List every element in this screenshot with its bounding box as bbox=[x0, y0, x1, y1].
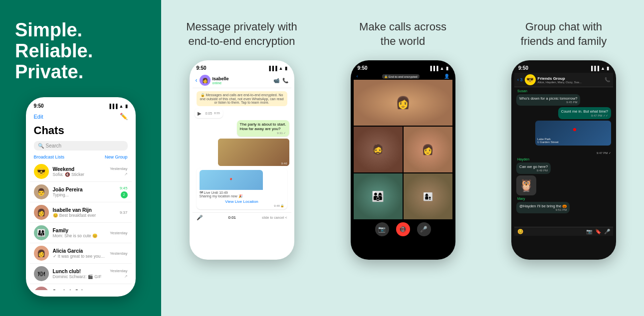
audio-message[interactable]: ▶ 0:05 8:55 bbox=[195, 108, 223, 118]
call-icons: 📹 📞 bbox=[273, 78, 288, 83]
chat-meta-lunch: Yesterday ↗ bbox=[110, 269, 127, 279]
end-call-button[interactable]: 📵 bbox=[396, 222, 410, 236]
back-button[interactable]: ‹ bbox=[196, 77, 198, 84]
participant-4: 👨‍👩‍👦 bbox=[354, 173, 403, 219]
audio-time: 8:55 bbox=[214, 112, 220, 115]
chat-info-weekend: Weekend Sofia: 🔇 Sticker bbox=[53, 166, 106, 177]
slide-to-cancel: slide to cancel < bbox=[262, 216, 287, 219]
group-call-icon[interactable]: 📞 bbox=[605, 77, 610, 82]
battery-icon-4: ▮ bbox=[607, 66, 609, 71]
search-input[interactable]: 🔍 Search bbox=[34, 141, 128, 151]
chat-item-weekend[interactable]: 😎 Weekend Sofia: 🔇 Sticker Yesterday ↗ bbox=[30, 161, 132, 182]
signal-icon-2: ▐▐▐ bbox=[267, 66, 277, 71]
conv-header: ‹ 👩 Isabelle online 📹 📞 bbox=[193, 73, 291, 88]
sender-hayden: Hayden bbox=[516, 158, 611, 161]
avatar-family: 👨‍👩‍👧 bbox=[34, 225, 49, 240]
status-bar-2: 9:50 ▐▐▐ ▲ ▮ bbox=[193, 65, 291, 73]
msg-mary-text: @Hayden I'll be bring the 🎃 bbox=[519, 204, 567, 208]
sender-mary: Mary bbox=[516, 197, 611, 200]
sticker-input-icon[interactable]: 🔖 bbox=[595, 229, 601, 234]
group-call-icons: 📞 bbox=[605, 77, 610, 82]
panel2-heading: Message privately withend-to-end encrypt… bbox=[186, 20, 297, 48]
contact-avatar: 👩 bbox=[200, 75, 211, 86]
msg-mary-time: 9:51 PM bbox=[519, 208, 567, 211]
panel-simple-reliable-private: Simple.Reliable.Private. 9:50 ▐▐▐ ▲ ▮ Ed… bbox=[0, 0, 161, 316]
contact-name: Isabelle bbox=[213, 76, 271, 81]
msg-picnic: Who's down for a picnic tomorrow? 9:45 P… bbox=[516, 94, 580, 106]
map-time-label: 9:47 PM ✓ bbox=[597, 147, 611, 156]
msg-party-text: The party is about to start.How far away… bbox=[240, 122, 286, 131]
chat-item-isabelle[interactable]: 👩 Isabelle van Rijn 😊 Best breakfast eve… bbox=[30, 202, 132, 223]
msg-go-here-text: Can we go here? bbox=[519, 164, 548, 169]
participant-2: 🧔 bbox=[354, 127, 403, 172]
status-icons: ▐▐▐ ▲ ▮ bbox=[108, 104, 127, 109]
status-bar: 9:50 ▐▐▐ ▲ ▮ bbox=[30, 103, 132, 111]
group-back-button[interactable]: ‹ 3 bbox=[517, 77, 523, 82]
chat-info-lunch: Lunch club! Dominic Schwarz: 🎬 GIF bbox=[53, 269, 106, 279]
camera-toggle-button[interactable]: 📷 bbox=[375, 222, 389, 236]
call-contact-icon[interactable]: 👤 bbox=[444, 74, 449, 79]
broadcast-lists-link[interactable]: Broadcast Lists bbox=[34, 155, 65, 159]
status-bar-4: 9:50 ▐▐▐ ▲ ▮ bbox=[514, 65, 613, 73]
group-avatar: 😎 bbox=[525, 74, 536, 85]
play-icon[interactable]: ▶ bbox=[198, 111, 202, 116]
mic-toggle-button[interactable]: 🎤 bbox=[417, 222, 431, 236]
participant-5: 👩‍👦 bbox=[404, 173, 452, 219]
status-icons-3: ▐▐▐ ▲ ▮ bbox=[429, 66, 448, 71]
participant-1: 👩 bbox=[354, 80, 452, 126]
contact-info: Isabelle online bbox=[213, 76, 271, 85]
group-input-bar: 😊 📷 🔖 🎤 bbox=[514, 227, 613, 236]
chat-item-sandra[interactable]: 🎂 Sandra's Cakes It will be ready on Thu… bbox=[30, 284, 132, 290]
audio-duration: 0:05 bbox=[206, 112, 213, 115]
camera-input-icon[interactable]: 📷 bbox=[586, 229, 592, 234]
chats-content: Edit ✏️ Chats 🔍 Search Broadcast Lists N… bbox=[30, 111, 132, 290]
view-live-location-button[interactable]: View Live Location bbox=[200, 199, 284, 204]
chat-meta-alicia: Yesterday bbox=[110, 251, 127, 256]
encrypted-badge: 🔒 End-to-end encrypted bbox=[382, 74, 419, 79]
group-input-icons: 😊 bbox=[517, 229, 523, 234]
time-4: 9:50 bbox=[518, 65, 528, 71]
edit-button[interactable]: Edit bbox=[34, 114, 43, 120]
compose-icon[interactable]: ✏️ bbox=[120, 113, 128, 120]
call-back-button[interactable]: ‹ bbox=[357, 74, 358, 79]
new-group-link[interactable]: New Group bbox=[105, 155, 128, 159]
search-placeholder: Search bbox=[46, 143, 62, 149]
mic-input-icon[interactable]: 🎤 bbox=[604, 229, 610, 234]
video-cell-3: 👩 bbox=[404, 127, 452, 172]
battery-icon: ▮ bbox=[125, 104, 128, 109]
call-controls-bar: 📷 📵 🎤 bbox=[354, 219, 452, 239]
chat-item-lunch[interactable]: 🍽 Lunch club! Dominic Schwarz: 🎬 GIF Yes… bbox=[30, 264, 132, 284]
emoji-icon[interactable]: 😊 bbox=[517, 229, 523, 234]
chats-title: Chats bbox=[30, 122, 132, 139]
unread-badge: 2 bbox=[121, 191, 128, 198]
wifi-icon-4: ▲ bbox=[601, 66, 605, 71]
sticker-message: 🦉 bbox=[516, 175, 536, 195]
map-pin-icon: 📍 bbox=[228, 178, 233, 182]
msg-count-me-in: Count me in. But what time? 9:47 PM ✓✓ bbox=[558, 107, 611, 119]
phone-icon[interactable]: 📞 bbox=[282, 78, 288, 83]
voice-timer: 0:01 bbox=[228, 215, 236, 220]
chat-item-joao[interactable]: 👨 João Pereira Typing... 9:45 2 bbox=[30, 182, 132, 202]
phone-chats-screen: 9:50 ▐▐▐ ▲ ▮ Edit ✏️ Chats 🔍 Search Broa… bbox=[26, 97, 136, 297]
mic-icon[interactable]: 🎤 bbox=[197, 215, 203, 220]
call-header-bar: ‹ 🔒 End-to-end encrypted 👤 bbox=[354, 73, 452, 80]
msg-party-time: 9:31 ✓ bbox=[240, 131, 286, 135]
chat-item-family[interactable]: 👨‍👩‍👧 Family Mom: She is so cute 😊 Yeste… bbox=[30, 223, 132, 243]
time: 9:50 bbox=[34, 103, 44, 109]
group-header: ‹ 3 😎 Friends Group Alice, Hayden, Mary,… bbox=[514, 73, 613, 87]
chat-info-sandra: Sandra's Cakes It will be ready on Thurs… bbox=[53, 289, 109, 291]
participant-3: 👩 bbox=[404, 127, 452, 172]
chat-meta-isabelle: 9:37 bbox=[120, 210, 128, 215]
video-cell-5: 👩‍👦 bbox=[404, 173, 452, 219]
panel-group-chat: Group chat withfriends and family 9:50 ▐… bbox=[483, 0, 644, 316]
voice-recording-bar: 🎤 0:01 slide to cancel < bbox=[193, 212, 291, 222]
video-call-icon[interactable]: 📹 bbox=[273, 78, 279, 83]
group-members: Alice, Hayden, Mary, Ozzy, Sus... bbox=[538, 81, 603, 84]
time-3: 9:50 bbox=[358, 65, 368, 71]
wifi-icon: ▲ bbox=[119, 104, 124, 109]
map-thumbnail: 📍 bbox=[200, 170, 263, 190]
msg-count-me-in-text: Count me in. But what time? bbox=[561, 109, 608, 114]
contact-status: online bbox=[213, 81, 271, 85]
encryption-notice: 🔒 Messages and calls are end-to-end encr… bbox=[197, 91, 287, 106]
chat-item-alicia[interactable]: 👩 Alicia García ✓ It was great to see yo… bbox=[30, 243, 132, 264]
